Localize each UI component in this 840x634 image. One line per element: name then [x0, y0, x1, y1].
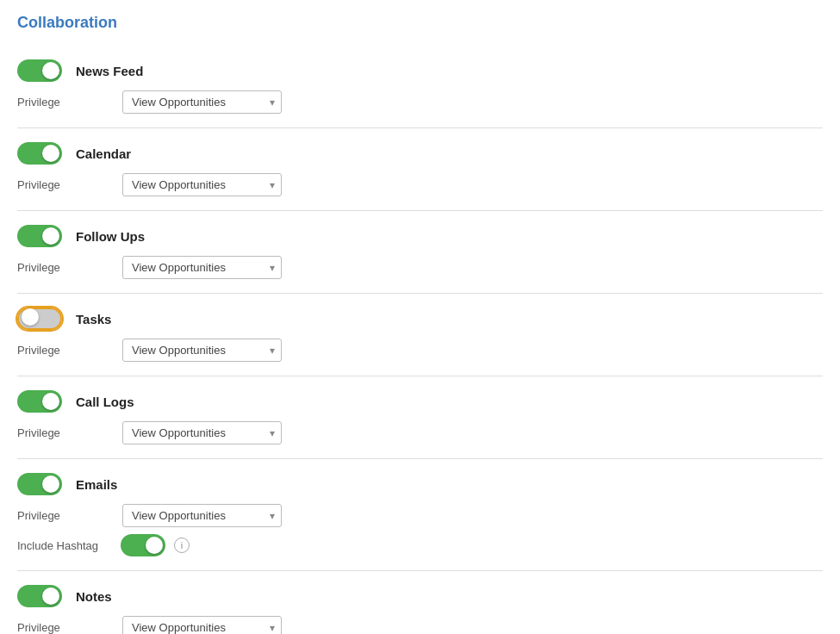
toggle-calendar[interactable]: [17, 142, 62, 165]
section-title-tasks: Tasks: [76, 312, 111, 326]
hashtag-info-icon[interactable]: i: [174, 538, 190, 553]
privilege-select-emails[interactable]: View OpportunitiesEdit OpportunitiesNo A…: [122, 504, 282, 527]
section-follow-ups: Follow UpsPrivilegeView OpportunitiesEdi…: [17, 211, 823, 294]
toggle-follow-ups[interactable]: [17, 225, 62, 247]
section-tasks: TasksPrivilegeView OpportunitiesEdit Opp…: [17, 294, 823, 376]
privilege-label-calendar: Privilege: [17, 178, 112, 191]
privilege-select-notes[interactable]: View OpportunitiesEdit OpportunitiesNo A…: [122, 616, 282, 634]
privilege-select-call-logs[interactable]: View OpportunitiesEdit OpportunitiesNo A…: [122, 421, 282, 444]
privilege-label-notes: Privilege: [17, 621, 112, 634]
privilege-label-follow-ups: Privilege: [17, 261, 112, 274]
section-title-emails: Emails: [76, 477, 117, 492]
section-title-calendar: Calendar: [76, 146, 131, 161]
section-emails: EmailsPrivilegeView OpportunitiesEdit Op…: [17, 459, 823, 571]
privilege-label-call-logs: Privilege: [17, 426, 112, 439]
toggle-news-feed[interactable]: [17, 59, 62, 82]
toggle-call-logs[interactable]: [17, 390, 62, 413]
toggle-notes[interactable]: [17, 585, 62, 607]
toggle-emails[interactable]: [17, 473, 62, 495]
section-title-news-feed: News Feed: [76, 64, 143, 78]
toggle-tasks[interactable]: [17, 308, 62, 330]
hashtag-toggle[interactable]: [121, 534, 165, 556]
privilege-select-follow-ups[interactable]: View OpportunitiesEdit OpportunitiesNo A…: [122, 256, 282, 279]
section-calendar: CalendarPrivilegeView OpportunitiesEdit …: [17, 128, 823, 211]
section-title-call-logs: Call Logs: [76, 395, 134, 409]
hashtag-label: Include Hashtag: [17, 539, 112, 552]
privilege-select-news-feed[interactable]: View OpportunitiesEdit OpportunitiesNo A…: [122, 90, 282, 114]
privilege-label-tasks: Privilege: [17, 344, 112, 357]
privilege-select-calendar[interactable]: View OpportunitiesEdit OpportunitiesNo A…: [122, 173, 282, 196]
section-news-feed: News FeedPrivilegeView OpportunitiesEdit…: [17, 46, 823, 128]
section-title-follow-ups: Follow Ups: [76, 229, 145, 244]
page-title: Collaboration: [17, 14, 823, 32]
section-title-notes: Notes: [76, 589, 112, 604]
privilege-label-news-feed: Privilege: [17, 96, 112, 109]
privilege-label-emails: Privilege: [17, 509, 112, 522]
section-notes: NotesPrivilegeView OpportunitiesEdit Opp…: [17, 571, 823, 634]
privilege-select-tasks[interactable]: View OpportunitiesEdit OpportunitiesNo A…: [122, 339, 282, 362]
section-call-logs: Call LogsPrivilegeView OpportunitiesEdit…: [17, 376, 823, 459]
